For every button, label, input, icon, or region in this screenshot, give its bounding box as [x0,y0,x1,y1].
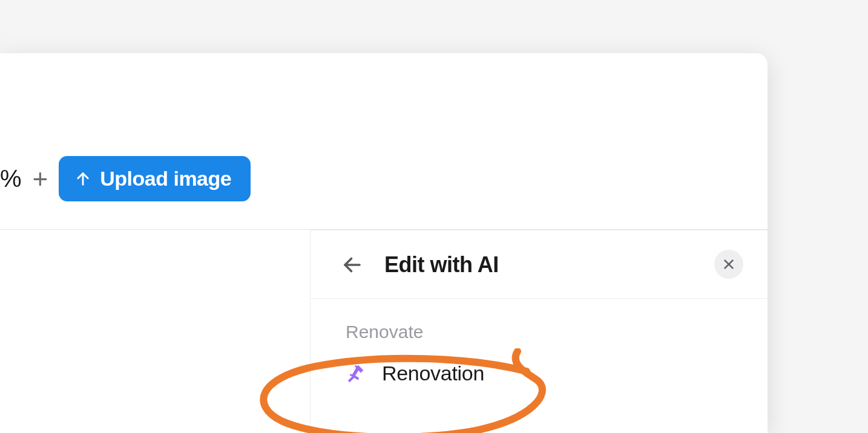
percent-symbol: % [0,165,22,192]
hammer-icon [346,363,367,385]
upload-image-button[interactable]: Upload image [59,156,251,201]
app-window: % + Upload image Edit with AI [0,53,768,433]
panel-title: Edit with AI [384,252,499,278]
menu-item-label: Renovation [382,362,484,385]
plus-icon[interactable]: + [33,166,48,192]
panel-header: Edit with AI [311,230,768,299]
arrow-up-icon [74,171,91,187]
toolbar-row: % + Upload image [0,156,251,201]
arrow-left-icon [341,254,363,276]
menu-item-renovation[interactable]: Renovation [346,357,732,390]
close-icon [722,258,735,271]
back-button[interactable] [340,252,365,278]
panel-body: Renovate Renovation [311,299,768,390]
edit-with-ai-panel: Edit with AI Renovate Renovatio [310,230,768,433]
close-button[interactable] [714,250,743,279]
toolbar: % + Upload image [0,53,768,230]
upload-button-label: Upload image [100,167,231,190]
section-label-renovate: Renovate [346,322,732,342]
